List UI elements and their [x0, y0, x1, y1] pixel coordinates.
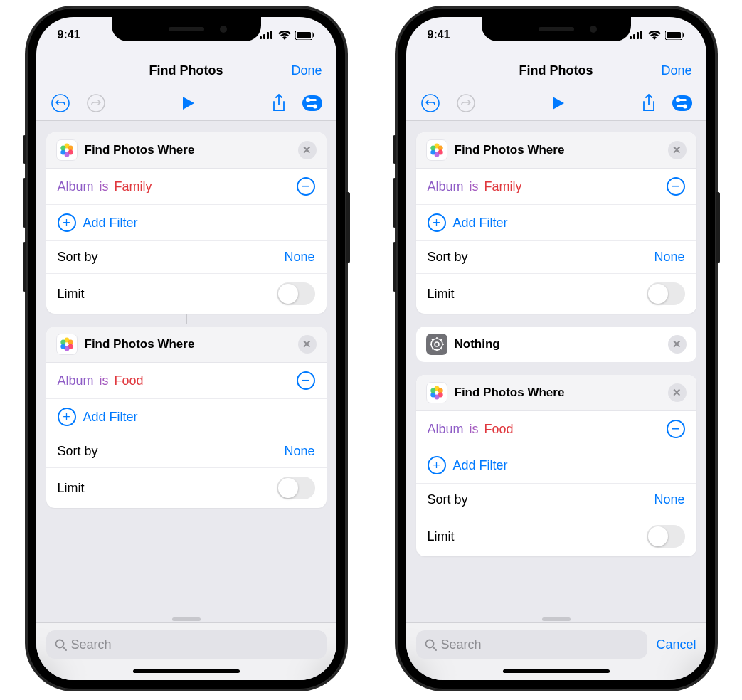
cancel-button[interactable]: Cancel [656, 637, 696, 652]
photos-icon [426, 139, 447, 161]
sort-row[interactable]: Sort by None [46, 435, 327, 468]
remove-filter-icon[interactable]: − [297, 371, 315, 390]
page-title: Find Photos [149, 63, 223, 78]
home-indicator[interactable] [133, 669, 240, 673]
add-filter-button[interactable]: + Add Filter [46, 205, 327, 241]
filter-row[interactable]: Album is Food − [46, 363, 327, 399]
settings-button[interactable] [672, 95, 692, 111]
remove-filter-icon[interactable]: − [667, 420, 685, 438]
sort-row[interactable]: Sort by None [46, 241, 327, 274]
svg-rect-34 [683, 33, 684, 37]
svg-rect-9 [302, 95, 322, 111]
grabber-handle[interactable] [172, 617, 201, 621]
undo-button[interactable] [51, 93, 70, 113]
svg-point-25 [60, 340, 65, 345]
sort-row[interactable]: Sort by None [416, 484, 696, 516]
svg-point-64 [425, 640, 433, 647]
svg-point-21 [68, 340, 73, 345]
plus-icon: + [428, 456, 446, 474]
play-button[interactable] [181, 95, 196, 111]
svg-point-46 [430, 150, 435, 155]
add-filter-button[interactable]: + Add Filter [46, 399, 327, 435]
svg-line-27 [63, 647, 66, 650]
nothing-card[interactable]: Nothing ✕ [416, 327, 696, 362]
close-icon[interactable]: ✕ [668, 383, 687, 402]
phone-right: 9:41 Find Photos Done [396, 7, 716, 690]
search-placeholder: Search [71, 637, 112, 652]
filter-row[interactable]: Album is Family − [416, 169, 696, 205]
share-button[interactable] [641, 93, 657, 113]
share-button[interactable] [271, 93, 287, 113]
signal-icon [630, 31, 644, 39]
svg-point-36 [457, 95, 475, 112]
page-title: Find Photos [519, 63, 593, 78]
svg-point-62 [430, 393, 435, 398]
find-photos-card: Find Photos Where ✕ Album is Food − + Ad… [46, 327, 327, 508]
filter-op: is [100, 373, 109, 388]
limit-toggle[interactable] [647, 282, 685, 305]
toolbar [36, 88, 336, 121]
sort-value: None [284, 250, 314, 265]
limit-row: Limit [416, 274, 696, 314]
sort-label: Sort by [58, 250, 98, 265]
svg-rect-3 [270, 31, 272, 39]
photos-icon [56, 139, 78, 161]
limit-label: Limit [58, 481, 85, 496]
done-button[interactable]: Done [661, 63, 691, 78]
nav-bar: Find Photos Done [406, 53, 706, 88]
close-icon[interactable]: ✕ [668, 335, 687, 354]
filter-field: Album [428, 179, 464, 194]
connector-line [186, 314, 187, 324]
limit-row: Limit [46, 468, 327, 508]
plus-icon: + [58, 213, 76, 232]
svg-point-35 [422, 95, 439, 112]
find-photos-card: Find Photos Where ✕ Album is Family − + … [416, 132, 696, 314]
photos-icon [56, 334, 78, 355]
card-header[interactable]: Find Photos Where ✕ [416, 132, 696, 169]
battery-icon [295, 31, 315, 40]
filter-value: Family [484, 179, 522, 194]
card-title: Find Photos Where [455, 386, 565, 400]
sort-value: None [654, 250, 684, 265]
sort-row[interactable]: Sort by None [416, 241, 696, 274]
play-button[interactable] [551, 95, 566, 111]
search-input[interactable]: Search [46, 630, 327, 659]
filter-op: is [100, 179, 109, 194]
done-button[interactable]: Done [291, 63, 322, 78]
svg-point-39 [676, 97, 680, 102]
nav-bar: Find Photos Done [36, 53, 336, 88]
close-icon[interactable]: ✕ [668, 141, 687, 159]
add-filter-button[interactable]: + Add Filter [416, 447, 696, 484]
svg-rect-33 [667, 32, 681, 38]
sort-label: Sort by [428, 250, 468, 265]
close-icon[interactable]: ✕ [298, 335, 317, 354]
filter-row[interactable]: Album is Family − [46, 169, 327, 205]
svg-point-8 [88, 95, 105, 112]
limit-toggle[interactable] [277, 477, 315, 499]
svg-point-13 [313, 104, 317, 108]
add-filter-label: Add Filter [453, 458, 508, 473]
grabber-handle[interactable] [542, 617, 571, 621]
search-input[interactable]: Search [416, 630, 648, 659]
filter-op: is [470, 179, 479, 194]
settings-button[interactable] [302, 95, 322, 111]
close-icon[interactable]: ✕ [298, 141, 317, 159]
limit-toggle[interactable] [647, 525, 685, 548]
svg-point-19 [60, 146, 65, 151]
card-header[interactable]: Find Photos Where ✕ [46, 327, 327, 363]
limit-row: Limit [416, 516, 696, 556]
find-photos-card: Find Photos Where ✕ Album is Food − + Ad… [416, 375, 696, 556]
card-header[interactable]: Find Photos Where ✕ [46, 132, 327, 169]
svg-rect-0 [260, 36, 262, 39]
svg-point-15 [68, 146, 73, 151]
undo-button[interactable] [420, 93, 440, 113]
signal-icon [260, 31, 274, 39]
remove-filter-icon[interactable]: − [297, 177, 315, 196]
add-filter-button[interactable]: + Add Filter [416, 205, 696, 241]
limit-toggle[interactable] [277, 282, 315, 305]
remove-filter-icon[interactable]: − [667, 177, 685, 196]
filter-row[interactable]: Album is Food − [416, 411, 696, 447]
card-header[interactable]: Find Photos Where ✕ [416, 375, 696, 411]
home-indicator[interactable] [503, 669, 610, 673]
phone-left: 9:41 Find Photos Done [26, 7, 346, 690]
